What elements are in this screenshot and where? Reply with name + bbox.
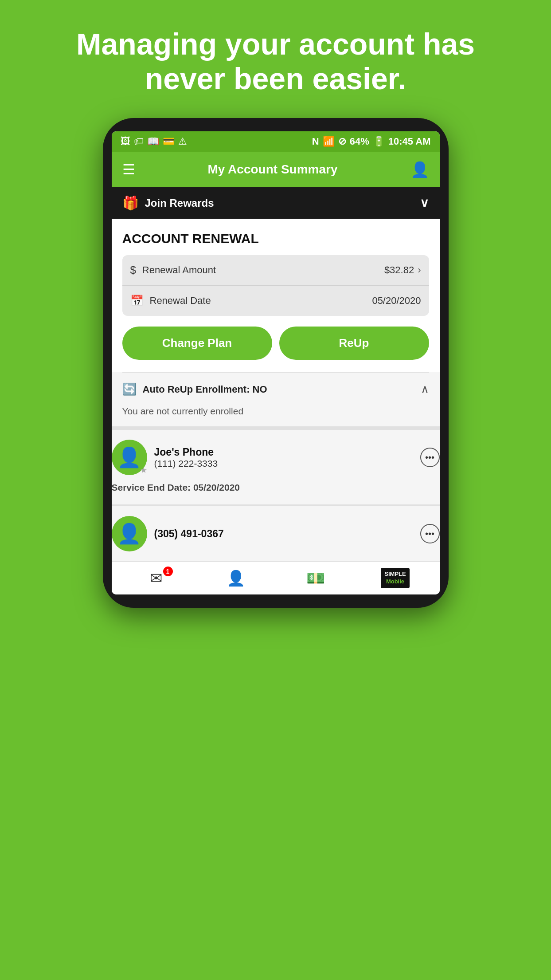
- rewards-left: 🎁 Join Rewards: [122, 195, 214, 211]
- renewal-date-row: 📅 Renewal Date 05/20/2020: [122, 286, 429, 316]
- status-bar: 🖼 🏷 📖 💳 ⚠ N 📶 ⊘ 64% 🔋 10:45 AM: [112, 131, 440, 152]
- gift-icon: 🎁: [122, 195, 139, 211]
- phone-account-number: (111) 222-3333: [154, 458, 413, 469]
- account-icon: 👤: [227, 569, 245, 587]
- change-plan-button[interactable]: Change Plan: [122, 327, 272, 360]
- nfc-icon: N: [312, 136, 319, 147]
- more-options-button2[interactable]: •••: [420, 524, 440, 543]
- chevron-up-icon: ∧: [421, 382, 429, 396]
- auto-reup-header[interactable]: 🔄 Auto ReUp Enrollment: NO ∧: [122, 372, 429, 406]
- phone-account-number2: (305) 491-0367: [154, 528, 413, 540]
- simple-mobile-line1: SIMPLE: [384, 571, 406, 578]
- nav-item-mail[interactable]: ✉ 1: [134, 569, 178, 587]
- nav-item-account[interactable]: 👤: [214, 569, 258, 587]
- service-end-label: Service End Date:: [112, 482, 191, 492]
- support-avatar-icon[interactable]: 👤: [410, 161, 429, 178]
- reup-button[interactable]: ReUp: [279, 327, 429, 360]
- service-end-date-row: Service End Date: 05/20/2020: [112, 475, 440, 495]
- auto-reup-description: You are not currently enrolled: [122, 406, 429, 426]
- renewal-amount-value: $32.82: [384, 264, 414, 276]
- phone-screen: 🖼 🏷 📖 💳 ⚠ N 📶 ⊘ 64% 🔋 10:45 AM ☰ My Acco…: [112, 131, 440, 594]
- app-header: ☰ My Account Summary 👤: [112, 152, 440, 187]
- renewal-date-value: 05/20/2020: [372, 295, 421, 307]
- rewards-banner[interactable]: 🎁 Join Rewards ∨: [112, 187, 440, 219]
- chevron-right-icon: ›: [418, 264, 421, 276]
- renewal-amount-row[interactable]: $ Renewal Amount $32.82 ›: [122, 255, 429, 286]
- chevron-down-icon: ∨: [420, 196, 429, 210]
- dollar-icon: $: [130, 264, 136, 276]
- avatar-wrapper: 👤 ★: [112, 440, 147, 475]
- renewal-amount-label: Renewal Amount: [142, 264, 384, 276]
- simple-mobile-line2: Mobile: [384, 578, 406, 586]
- time-display: 10:45 AM: [388, 136, 431, 147]
- refresh-icon: 🔄: [122, 382, 137, 396]
- action-buttons-row: Change Plan ReUp: [122, 327, 429, 362]
- nav-item-simple-mobile[interactable]: SIMPLE Mobile: [373, 568, 418, 588]
- phone-device: 🖼 🏷 📖 💳 ⚠ N 📶 ⊘ 64% 🔋 10:45 AM ☰ My Acco…: [103, 118, 449, 608]
- auto-reup-title: Auto ReUp Enrollment: NO: [143, 384, 267, 395]
- menu-button[interactable]: ☰: [122, 161, 135, 178]
- hero-heading: Managing your account has never been eas…: [0, 0, 551, 118]
- bottom-nav: ✉ 1 👤 💵 SIMPLE Mobile: [112, 561, 440, 594]
- battery-text: 64%: [350, 136, 369, 147]
- phone-account-row2: 👤 (305) 491-0367 •••: [112, 516, 440, 551]
- tag-icon: 🏷: [134, 136, 144, 147]
- main-content: ACCOUNT RENEWAL $ Renewal Amount $32.82 …: [112, 219, 440, 426]
- star-badge-icon: ★: [140, 465, 147, 475]
- section-title-account-renewal: ACCOUNT RENEWAL: [122, 231, 429, 246]
- dnd-icon: ⊘: [338, 136, 346, 147]
- book-icon: 📖: [147, 136, 159, 147]
- nav-item-refill[interactable]: 💵: [293, 569, 338, 587]
- auto-reup-left: 🔄 Auto ReUp Enrollment: NO: [122, 382, 267, 396]
- refill-icon: 💵: [306, 569, 325, 587]
- rewards-label: Join Rewards: [145, 197, 214, 209]
- status-right-info: N 📶 ⊘ 64% 🔋 10:45 AM: [312, 136, 431, 147]
- avatar2: 👤: [112, 516, 147, 551]
- card-icon: 💳: [163, 136, 175, 147]
- wifi-icon: 📶: [323, 136, 335, 147]
- mail-icon: ✉: [150, 569, 162, 587]
- calendar-icon: 📅: [130, 295, 144, 307]
- image-icon: 🖼: [121, 136, 130, 147]
- auto-reup-section: 🔄 Auto ReUp Enrollment: NO ∧ You are not…: [112, 372, 440, 426]
- service-end-value: 05/20/2020: [193, 482, 240, 492]
- battery-icon: 🔋: [373, 136, 385, 147]
- renewal-date-label: Renewal Date: [150, 295, 372, 307]
- phone-account-row: 👤 ★ Joe's Phone (111) 222-3333 •••: [112, 440, 440, 475]
- header-title: My Account Summary: [207, 162, 337, 177]
- simple-mobile-logo: SIMPLE Mobile: [381, 568, 409, 588]
- alert-icon: ⚠: [178, 136, 187, 147]
- more-options-button[interactable]: •••: [420, 448, 440, 467]
- phone-account-section2: 👤 (305) 491-0367 •••: [112, 504, 440, 561]
- phone-account-name: Joe's Phone: [154, 446, 413, 458]
- status-icons: 🖼 🏷 📖 💳 ⚠: [121, 136, 187, 147]
- renewal-card: $ Renewal Amount $32.82 › 📅 Renewal Date…: [122, 255, 429, 316]
- mail-badge: 1: [163, 567, 173, 576]
- phone-account-section: 👤 ★ Joe's Phone (111) 222-3333 ••• Servi…: [112, 426, 440, 504]
- phone-info: Joe's Phone (111) 222-3333: [154, 446, 413, 469]
